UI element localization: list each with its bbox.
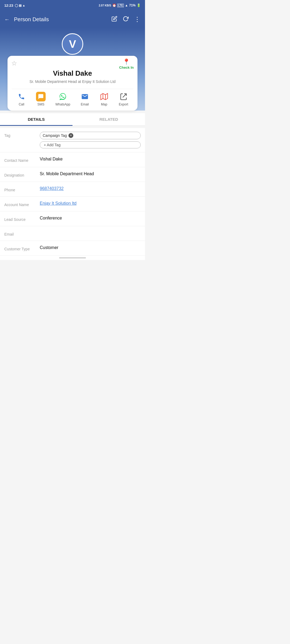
location-icon: 📍 xyxy=(123,58,130,65)
field-value-2[interactable]: 9687403732 xyxy=(40,186,141,191)
contact-title: Sr. Mobile Department Head at Enjay It S… xyxy=(12,79,133,85)
favorite-button[interactable]: ☆ xyxy=(11,60,17,67)
field-value-0: Vishal Dake xyxy=(40,157,141,162)
campaign-tag[interactable]: Campaign Tag ✕ xyxy=(40,132,141,139)
app-bar-actions: ⋮ xyxy=(111,16,141,23)
signal-icon: ▲ xyxy=(125,3,128,7)
tab-details[interactable]: DETAILS xyxy=(0,113,73,125)
field-row-designation: DesignationSr. Mobile Department Head xyxy=(0,167,145,182)
battery-text: 71% xyxy=(129,3,136,7)
whatsapp-icon xyxy=(58,92,68,101)
tabs: DETAILS RELATED xyxy=(0,113,145,126)
field-row-phone: Phone9687403732 xyxy=(0,182,145,197)
export-icon xyxy=(119,92,128,101)
checkin-label: Check In xyxy=(119,65,134,69)
email-label: Email xyxy=(81,103,89,106)
network-speed: 2.07 KB/S xyxy=(99,4,111,7)
battery-icon: 🔋 xyxy=(137,3,141,7)
scroll-bar xyxy=(59,257,86,258)
sms-icon xyxy=(36,92,46,101)
tab-related[interactable]: RELATED xyxy=(73,113,145,125)
checkin-button[interactable]: 📍 Check In xyxy=(119,58,134,69)
field-rows: Contact NameVishal DakeDesignationSr. Mo… xyxy=(0,152,145,256)
refresh-button[interactable] xyxy=(123,16,129,23)
field-label-6: Customer Type xyxy=(4,245,37,251)
lte-icon: LTE xyxy=(117,4,124,7)
call-icon xyxy=(17,92,26,101)
whatsapp-label: WhatsApp xyxy=(55,103,70,106)
call-label: Call xyxy=(19,103,24,106)
email-button[interactable]: Email xyxy=(80,92,90,106)
call-button[interactable]: Call xyxy=(17,92,26,106)
field-label-4: Lead Source xyxy=(4,216,37,222)
field-label-1: Designation xyxy=(4,171,37,177)
map-label: Map xyxy=(101,103,107,106)
scroll-indicator xyxy=(0,256,145,260)
field-value-4: Conference xyxy=(40,216,141,221)
svg-marker-0 xyxy=(101,93,108,100)
app-bar: ← Person Details ⋮ xyxy=(0,11,145,28)
edit-button[interactable] xyxy=(111,16,117,23)
add-tag-button[interactable]: + Add Tag xyxy=(40,141,141,148)
more-button[interactable]: ⋮ xyxy=(134,16,141,23)
field-value-3[interactable]: Enjay It Solution ltd xyxy=(40,201,141,206)
field-row-email: Email xyxy=(0,226,145,241)
details-section: Tag Campaign Tag ✕ + Add Tag Contact Nam… xyxy=(0,128,145,256)
avatar-letter: V xyxy=(69,38,76,50)
map-icon xyxy=(99,92,109,101)
status-time: 12:23 xyxy=(4,3,13,8)
back-button[interactable]: ← xyxy=(4,16,10,23)
field-value-1: Sr. Mobile Department Head xyxy=(40,171,141,176)
contact-card: ☆ 📍 Check In Vishal Dake Sr. Mobile Depa… xyxy=(8,56,137,111)
field-label-2: Phone xyxy=(4,186,37,192)
field-row-account-name: Account NameEnjay It Solution ltd xyxy=(0,197,145,211)
export-label: Export xyxy=(119,103,128,106)
header-gradient: V ☆ 📍 Check In Vishal Dake Sr. Mobile De… xyxy=(0,28,145,111)
status-icons: ◯ ▤ ▲ xyxy=(15,4,25,7)
status-bar: 12:23 ◯ ▤ ▲ 2.07 KB/S ⏰ LTE ▲ 71% 🔋 xyxy=(0,0,145,11)
action-row: Call SMS WhatsApp xyxy=(12,89,133,106)
field-row-lead-source: Lead SourceConference xyxy=(0,211,145,226)
avatar: V xyxy=(62,33,83,55)
svg-line-3 xyxy=(123,94,126,97)
sms-label: SMS xyxy=(37,103,44,106)
alarm-icon: ⏰ xyxy=(112,3,116,7)
field-row-customer-type: Customer TypeCustomer xyxy=(0,241,145,256)
contact-name: Vishal Dake xyxy=(12,69,133,78)
add-tag-label: + Add Tag xyxy=(44,143,60,147)
campaign-tag-label: Campaign Tag xyxy=(43,133,67,138)
field-row-contact-name: Contact NameVishal Dake xyxy=(0,152,145,167)
remove-tag-button[interactable]: ✕ xyxy=(68,133,73,138)
tag-row: Tag Campaign Tag ✕ + Add Tag xyxy=(0,128,145,152)
tag-label: Tag xyxy=(4,132,37,138)
page-title: Person Details xyxy=(14,16,108,23)
field-label-0: Contact Name xyxy=(4,157,37,163)
email-icon xyxy=(80,92,90,101)
sms-button[interactable]: SMS xyxy=(36,92,46,106)
map-button[interactable]: Map xyxy=(99,92,109,106)
tag-content: Campaign Tag ✕ + Add Tag xyxy=(40,132,141,148)
field-value-6: Customer xyxy=(40,245,141,250)
field-label-3: Account Name xyxy=(4,201,37,207)
export-button[interactable]: Export xyxy=(119,92,128,106)
field-label-5: Email xyxy=(4,230,37,236)
whatsapp-button[interactable]: WhatsApp xyxy=(55,92,70,106)
